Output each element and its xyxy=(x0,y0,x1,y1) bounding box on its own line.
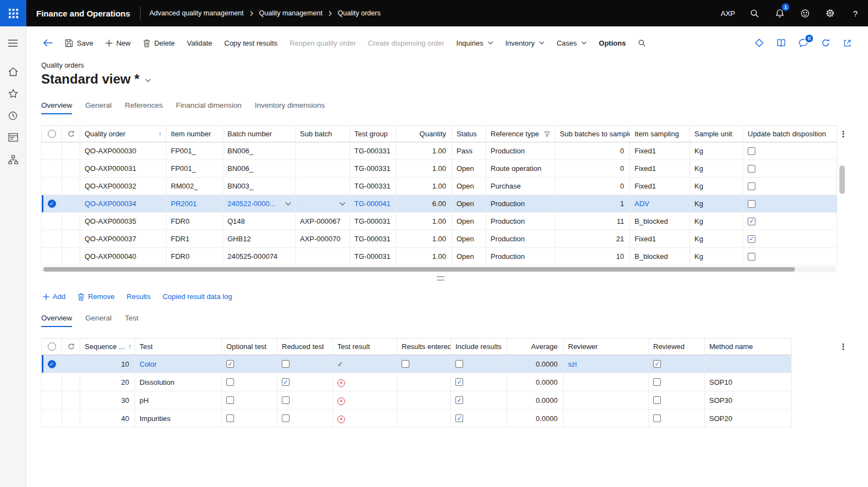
cell-update-batch-disposition[interactable] xyxy=(743,230,837,248)
horizontal-scrollbar[interactable] xyxy=(41,267,837,272)
cell-test-group[interactable]: TG-000031 xyxy=(350,230,397,248)
include-results-checkbox[interactable] xyxy=(455,414,463,422)
cell-test-group[interactable]: TG-000331 xyxy=(350,142,397,160)
cell-reviewer[interactable] xyxy=(564,409,649,428)
cell-sub-batches-to-sample[interactable]: 0 xyxy=(555,142,630,160)
cell-average[interactable]: 0.0000 xyxy=(507,391,564,409)
cell-item-sampling[interactable]: B_blocked xyxy=(630,248,690,265)
cell-sub-batches-to-sample[interactable]: 10 xyxy=(555,248,630,265)
cell-method-name[interactable]: SOP20 xyxy=(705,409,792,428)
col-header-sequence[interactable]: Sequence ...↑ xyxy=(80,339,135,355)
cell-batch-number[interactable]: Q148 xyxy=(223,213,296,230)
cell-reviewed[interactable] xyxy=(649,373,705,391)
sidebar-item-favorites[interactable] xyxy=(0,82,26,104)
col-header-reviewed[interactable]: Reviewed xyxy=(649,339,705,355)
cell-batch-number[interactable]: GHB12 xyxy=(223,230,296,248)
cell-test-group[interactable]: TG-000331 xyxy=(350,160,397,178)
settings-button[interactable] xyxy=(817,0,843,26)
select-all-radio[interactable] xyxy=(48,130,56,138)
cell-results-entered[interactable] xyxy=(397,355,451,373)
help-button[interactable]: ? xyxy=(843,0,868,26)
cell-reference-type[interactable]: Route operation xyxy=(486,160,555,178)
sidebar-item-workspaces[interactable] xyxy=(0,126,26,148)
cell-sub-batch[interactable]: AXP-000070 xyxy=(296,230,350,248)
cell-item-sampling[interactable]: Fixed1 xyxy=(630,160,690,178)
update-batch-disposition-checkbox[interactable] xyxy=(748,165,755,173)
cell-sub-batch[interactable] xyxy=(296,160,350,178)
optional-test-checkbox[interactable] xyxy=(226,360,234,368)
col-header-sub-batches-to-sample[interactable]: Sub batches to sample xyxy=(555,126,630,142)
col-header-reduced-test[interactable]: Reduced test xyxy=(277,339,333,355)
cell-sel[interactable] xyxy=(42,230,62,248)
col-header-include-results[interactable]: Include results xyxy=(451,339,507,355)
col-header-batch-number[interactable]: Batch number xyxy=(223,126,296,142)
cell-item-number[interactable]: FP001_ xyxy=(166,160,223,178)
cell-sel[interactable] xyxy=(42,142,62,160)
cell-sample-unit[interactable]: Kg xyxy=(690,195,743,213)
reduced-test-checkbox[interactable] xyxy=(282,360,290,368)
update-batch-disposition-checkbox[interactable] xyxy=(748,235,755,243)
copied-result-data-log-button[interactable]: Copied result data log xyxy=(163,292,232,301)
cell-sample-unit[interactable]: Kg xyxy=(690,142,743,160)
cell-quantity[interactable]: 1.00 xyxy=(397,213,452,230)
reduced-test-checkbox[interactable] xyxy=(282,378,290,386)
breadcrumb-item[interactable]: Quality orders xyxy=(338,9,381,17)
copy-test-results-button[interactable]: Copy test results xyxy=(224,39,277,47)
update-batch-disposition-checkbox[interactable] xyxy=(748,253,755,261)
messages-button[interactable]: 0 xyxy=(799,38,808,47)
cell-average[interactable]: 0.0000 xyxy=(507,355,564,373)
cell-value[interactable]: QO-AXP000034 xyxy=(85,200,136,208)
expand-menu-button[interactable] xyxy=(0,32,26,54)
cell-quality-order[interactable]: QO-AXP000037 xyxy=(80,230,166,248)
cell-item-number[interactable]: FDR0 xyxy=(166,213,223,230)
cell-update-batch-disposition[interactable] xyxy=(743,178,837,195)
cell-sel[interactable] xyxy=(42,160,62,178)
cell-value[interactable]: 240522-0000... xyxy=(227,200,275,208)
options-menu-button[interactable]: Options xyxy=(599,39,626,47)
cell-sequence[interactable]: 10 xyxy=(80,355,135,373)
cell-quality-order[interactable]: QO-AXP000032 xyxy=(80,178,166,195)
cell-reference-type[interactable]: Purchase xyxy=(486,178,555,195)
col-header-quantity[interactable]: Quantity xyxy=(397,126,452,142)
sidebar-item-home[interactable] xyxy=(0,60,26,82)
cell-include-results[interactable] xyxy=(451,409,507,428)
col-header-results-entered[interactable]: Results entered xyxy=(397,339,451,355)
cases-menu-button[interactable]: Cases xyxy=(557,39,587,47)
cell-reduced-test[interactable] xyxy=(277,355,333,373)
grid-more-options-button[interactable]: ⋮ xyxy=(837,126,849,142)
col-header-test-group[interactable]: Test group xyxy=(350,126,397,142)
results-entered-checkbox[interactable] xyxy=(402,360,409,368)
cell-quantity[interactable]: 1.00 xyxy=(397,142,452,160)
cell-include-results[interactable] xyxy=(451,355,507,373)
search-button[interactable] xyxy=(742,0,767,26)
col-header-update-batch-disposition[interactable]: Update batch disposition xyxy=(743,126,837,142)
col-header-item-number[interactable]: Item number xyxy=(166,126,223,142)
cell-test[interactable]: pH xyxy=(135,391,222,409)
cell-sel[interactable] xyxy=(42,373,62,391)
cell-value[interactable]: PR2001 xyxy=(171,200,197,208)
cell-item-number[interactable]: RM002_ xyxy=(166,178,223,195)
cell-item-number[interactable]: FP001_ xyxy=(166,142,223,160)
col-header-test[interactable]: Test xyxy=(135,339,222,355)
cell-status[interactable]: Open xyxy=(452,195,486,213)
cell-reviewed[interactable] xyxy=(649,355,705,373)
cell-sample-unit[interactable]: Kg xyxy=(690,178,743,195)
cell-reviewer[interactable] xyxy=(564,391,649,409)
cell-method-name[interactable] xyxy=(705,355,792,373)
cell-test[interactable]: Impurities xyxy=(135,409,222,428)
reviewed-checkbox[interactable] xyxy=(653,396,661,404)
cell-status[interactable]: Open xyxy=(452,213,486,230)
cell-sub-batches-to-sample[interactable]: 11 xyxy=(555,213,630,230)
refresh-button[interactable] xyxy=(821,38,830,47)
col-header-status[interactable]: Status xyxy=(452,126,486,142)
col-header-average[interactable]: Average xyxy=(507,339,564,355)
col-header-item-sampling[interactable]: Item sampling xyxy=(630,126,690,142)
row-select-radio[interactable] xyxy=(48,200,56,208)
open-in-new-window-button[interactable] xyxy=(843,39,852,47)
col-header-sel[interactable] xyxy=(42,339,62,355)
cell-reviewed[interactable] xyxy=(649,391,705,409)
splitter-handle[interactable] xyxy=(432,274,449,282)
cell-sub-batches-to-sample[interactable]: 1 xyxy=(555,195,630,213)
sidebar-item-modules[interactable] xyxy=(0,148,26,170)
reviewed-checkbox[interactable] xyxy=(653,360,661,368)
